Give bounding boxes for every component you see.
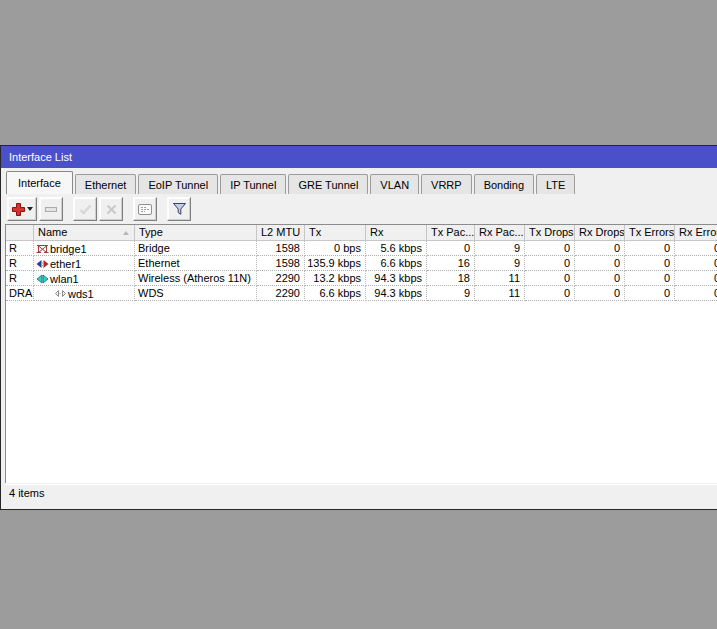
- tab-gre-tunnel[interactable]: GRE Tunnel: [288, 174, 368, 194]
- column-header-rx_drops[interactable]: Rx Drops: [575, 225, 625, 241]
- cell-rx: 94.3 kbps: [366, 271, 427, 286]
- cell-tx_errors: 0: [625, 286, 675, 301]
- table-header-row: NameTypeL2 MTUTxRxTx Pac...Rx Pac...Tx D…: [6, 225, 717, 241]
- cell-name: bridge1: [34, 241, 135, 256]
- cell-rx_errors: 0: [675, 286, 717, 301]
- cell-tx_drops: 0: [525, 241, 575, 256]
- cell-rx_drops: 0: [575, 271, 625, 286]
- cell-rx: 6.6 kbps: [366, 256, 427, 271]
- dropdown-arrow-icon: [27, 207, 33, 211]
- cross-icon: [106, 204, 117, 215]
- tab-interface[interactable]: Interface: [6, 171, 73, 194]
- wds-icon: [54, 289, 67, 298]
- cell-rx: 94.3 kbps: [366, 286, 427, 301]
- column-header-rx_packets[interactable]: Rx Pac...: [475, 225, 525, 241]
- window-title: Interface List: [9, 151, 72, 163]
- cell-type: Ethernet: [135, 256, 257, 271]
- column-header-tx_packets[interactable]: Tx Pac...: [427, 225, 475, 241]
- column-header-tx_drops[interactable]: Tx Drops: [525, 225, 575, 241]
- interface-name: wds1: [68, 288, 94, 300]
- cell-tx_drops: 0: [525, 271, 575, 286]
- column-header-tx[interactable]: Tx: [305, 225, 366, 241]
- cell-rx_drops: 0: [575, 256, 625, 271]
- wireless-icon: [36, 274, 49, 284]
- window-titlebar[interactable]: Interface List: [1, 146, 717, 168]
- bridge-icon: [36, 244, 49, 254]
- table-body: Rbridge1Bridge15980 bps5.6 kbps090000Ret…: [6, 241, 717, 301]
- cell-tx: 6.6 kbps: [305, 286, 366, 301]
- cell-name: wds1: [34, 286, 135, 301]
- tab-ip-tunnel[interactable]: IP Tunnel: [220, 174, 286, 194]
- column-header-rx_errors[interactable]: Rx Errors: [675, 225, 717, 241]
- remove-button[interactable]: [39, 197, 63, 221]
- check-icon: [79, 204, 92, 215]
- cell-tx_packets: 18: [427, 271, 475, 286]
- cell-rx_packets: 11: [475, 271, 525, 286]
- tab-vrrp[interactable]: VRRP: [421, 174, 472, 194]
- enable-button[interactable]: [73, 197, 97, 221]
- cell-flags: R: [6, 271, 34, 286]
- cell-rx_errors: 0: [675, 271, 717, 286]
- cell-l2mtu: 2290: [257, 286, 305, 301]
- status-bar: 4 items: [5, 484, 717, 501]
- interface-name: wlan1: [50, 273, 79, 285]
- sort-ascending-icon: [123, 231, 129, 235]
- cell-rx_errors: 0: [675, 241, 717, 256]
- cell-l2mtu: 1598: [257, 241, 305, 256]
- column-header-l2mtu[interactable]: L2 MTU: [257, 225, 305, 241]
- table-row[interactable]: Rbridge1Bridge15980 bps5.6 kbps090000: [6, 241, 717, 256]
- cell-tx_errors: 0: [625, 241, 675, 256]
- cell-tx_drops: 0: [525, 256, 575, 271]
- cell-l2mtu: 2290: [257, 271, 305, 286]
- column-header-name[interactable]: Name: [34, 225, 135, 241]
- cell-rx_packets: 9: [475, 241, 525, 256]
- table-row[interactable]: Rether1Ethernet1598135.9 kbps6.6 kbps169…: [6, 256, 717, 271]
- disable-button[interactable]: [99, 197, 123, 221]
- tab-eoip-tunnel[interactable]: EoIP Tunnel: [138, 174, 218, 194]
- tab-lte[interactable]: LTE: [536, 174, 575, 194]
- interface-name: ether1: [50, 258, 81, 270]
- tab-vlan[interactable]: VLAN: [370, 174, 419, 194]
- add-button[interactable]: [7, 197, 37, 221]
- tab-bonding[interactable]: Bonding: [474, 174, 534, 194]
- desktop: { "window": { "title": "Interface List" …: [0, 0, 717, 629]
- table-row[interactable]: DRAwds1WDS22906.6 kbps94.3 kbps9110000: [6, 286, 717, 301]
- cell-name: ether1: [34, 256, 135, 271]
- cell-tx: 13.2 kbps: [305, 271, 366, 286]
- cell-tx_drops: 0: [525, 286, 575, 301]
- column-header-type[interactable]: Type: [135, 225, 257, 241]
- cell-rx_errors: 0: [675, 256, 717, 271]
- plus-icon: [12, 203, 25, 216]
- cell-flags: DRA: [6, 286, 34, 301]
- cell-tx: 0 bps: [305, 241, 366, 256]
- cell-type: Wireless (Atheros 11N): [135, 271, 257, 286]
- filter-icon: [172, 202, 187, 216]
- cell-type: WDS: [135, 286, 257, 301]
- toolbar: [7, 197, 193, 221]
- cell-rx_packets: 11: [475, 286, 525, 301]
- cell-tx: 135.9 kbps: [305, 256, 366, 271]
- cell-tx_packets: 9: [427, 286, 475, 301]
- cell-tx_packets: 0: [427, 241, 475, 256]
- column-header-tx_errors[interactable]: Tx Errors: [625, 225, 675, 241]
- cell-tx_errors: 0: [625, 256, 675, 271]
- minus-icon: [45, 207, 57, 212]
- cell-rx_drops: 0: [575, 286, 625, 301]
- cell-type: Bridge: [135, 241, 257, 256]
- cell-flags: R: [6, 256, 34, 271]
- filter-button[interactable]: [167, 197, 191, 221]
- column-header-rx[interactable]: Rx: [366, 225, 427, 241]
- cell-l2mtu: 1598: [257, 256, 305, 271]
- interface-table: NameTypeL2 MTUTxRxTx Pac...Rx Pac...Tx D…: [5, 224, 717, 483]
- column-header-flags[interactable]: [6, 225, 34, 241]
- comment-button[interactable]: [133, 197, 157, 221]
- interface-list-window: Interface List InterfaceEthernetEoIP Tun…: [0, 145, 717, 510]
- ethernet-icon: [36, 259, 49, 269]
- item-count: 4 items: [9, 487, 44, 499]
- cell-rx_drops: 0: [575, 241, 625, 256]
- table-row[interactable]: Rwlan1Wireless (Atheros 11N)229013.2 kbp…: [6, 271, 717, 286]
- cell-rx_packets: 9: [475, 256, 525, 271]
- tab-bar: InterfaceEthernetEoIP TunnelIP TunnelGRE…: [6, 171, 577, 194]
- tab-ethernet[interactable]: Ethernet: [75, 174, 137, 194]
- cell-tx_errors: 0: [625, 271, 675, 286]
